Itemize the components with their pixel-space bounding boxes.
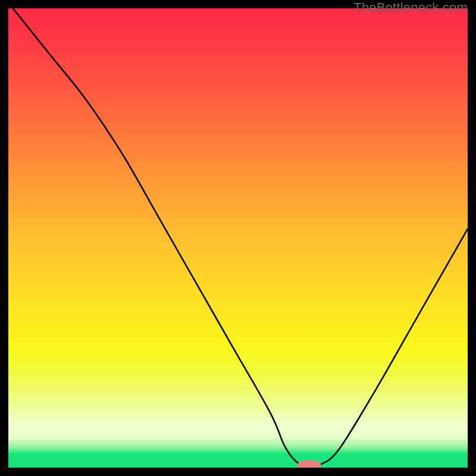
optimal-marker xyxy=(298,461,321,468)
chart-frame: TheBottleneck.com xyxy=(0,0,476,476)
chart-svg xyxy=(8,8,468,468)
bottleneck-curve xyxy=(13,8,468,466)
